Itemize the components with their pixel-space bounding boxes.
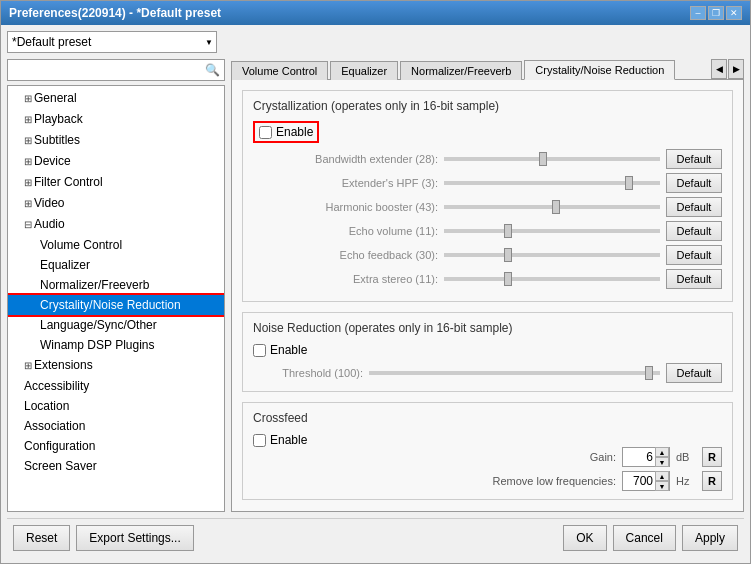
export-button[interactable]: Export Settings...: [76, 525, 193, 551]
noise-enable-label: Enable: [270, 343, 307, 357]
tree-item-extensions[interactable]: ⊞Extensions: [8, 355, 224, 376]
ok-button[interactable]: OK: [563, 525, 606, 551]
tree-item-video[interactable]: ⊞Video: [8, 193, 224, 214]
slider-hpf-default[interactable]: Default: [666, 173, 722, 193]
title-bar: Preferences(220914) - *Default preset – …: [1, 1, 750, 25]
crossfeed-freq-input-wrapper: ▲ ▼: [622, 471, 670, 491]
window-title: Preferences(220914) - *Default preset: [9, 6, 221, 20]
slider-echo-vol-track[interactable]: [444, 229, 660, 233]
tree-item-filter[interactable]: ⊞Filter Control: [8, 172, 224, 193]
crossfeed-gain-input[interactable]: [623, 450, 655, 464]
search-input[interactable]: [8, 61, 201, 79]
noise-enable-row: Enable: [253, 343, 722, 357]
slider-harmonic-thumb[interactable]: [552, 200, 560, 214]
slider-echo-fb-track[interactable]: [444, 253, 660, 257]
apply-button[interactable]: Apply: [682, 525, 738, 551]
slider-bandwidth-default[interactable]: Default: [666, 149, 722, 169]
slider-harmonic-label: Harmonic booster (43):: [253, 201, 438, 213]
tree-item-winamp[interactable]: Winamp DSP Plugins: [8, 335, 224, 355]
crossfeed-gain-down[interactable]: ▼: [655, 457, 669, 467]
restore-button[interactable]: ❐: [708, 6, 724, 20]
slider-extra-stereo-default[interactable]: Default: [666, 269, 722, 289]
cancel-button[interactable]: Cancel: [613, 525, 676, 551]
tree-item-subtitles[interactable]: ⊞Subtitles: [8, 130, 224, 151]
crossfeed-freq-spin: ▲ ▼: [655, 471, 669, 491]
main-window: Preferences(220914) - *Default preset – …: [0, 0, 751, 564]
tree-item-location[interactable]: Location: [8, 396, 224, 416]
tree-item-volume-control[interactable]: Volume Control: [8, 235, 224, 255]
crossfeed-freq-up[interactable]: ▲: [655, 471, 669, 481]
crossfeed-freq-reset[interactable]: R: [702, 471, 722, 491]
crystalization-title: Crystallization (operates only in 16-bit…: [253, 99, 722, 113]
main-area: 🔍 ⊞General ⊞Playback ⊞Subtitles ⊞Device …: [7, 59, 744, 512]
slider-echo-fb-thumb[interactable]: [504, 248, 512, 262]
slider-extra-stereo-thumb[interactable]: [504, 272, 512, 286]
tab-normalizer[interactable]: Normalizer/Freeverb: [400, 61, 522, 80]
tab-equalizer[interactable]: Equalizer: [330, 61, 398, 80]
slider-hpf-label: Extender's HPF (3):: [253, 177, 438, 189]
noise-enable-checkbox[interactable]: [253, 344, 266, 357]
tree-item-accessibility[interactable]: Accessibility: [8, 376, 224, 396]
tree-item-playback[interactable]: ⊞Playback: [8, 109, 224, 130]
slider-extra-stereo-track[interactable]: [444, 277, 660, 281]
crossfeed-gain-up[interactable]: ▲: [655, 447, 669, 457]
crystalization-enable-label: Enable: [276, 125, 313, 139]
tree-item-equalizer[interactable]: Equalizer: [8, 255, 224, 275]
slider-echo-vol-label: Echo volume (11):: [253, 225, 438, 237]
tree-item-crystality[interactable]: Crystality/Noise Reduction: [8, 295, 224, 315]
minimize-button[interactable]: –: [690, 6, 706, 20]
crossfeed-freq-input[interactable]: [623, 474, 655, 488]
tree-item-association[interactable]: Association: [8, 416, 224, 436]
slider-echo-vol: Echo volume (11): Default: [253, 221, 722, 241]
preset-select[interactable]: *Default preset: [7, 31, 217, 53]
crossfeed-enable-checkbox[interactable]: [253, 434, 266, 447]
crystalization-enable-checkbox[interactable]: [259, 126, 272, 139]
noise-reduction-title: Noise Reduction (operates only in 16-bit…: [253, 321, 722, 335]
tab-bar: Volume Control Equalizer Normalizer/Free…: [231, 59, 744, 80]
crossfeed-gain-reset[interactable]: R: [702, 447, 722, 467]
slider-echo-vol-thumb[interactable]: [504, 224, 512, 238]
slider-bandwidth-thumb[interactable]: [539, 152, 547, 166]
close-button[interactable]: ✕: [726, 6, 742, 20]
tab-scroll-left[interactable]: ◀: [711, 59, 727, 79]
threshold-track[interactable]: [369, 371, 660, 375]
crossfeed-freq-down[interactable]: ▼: [655, 481, 669, 491]
slider-hpf-thumb[interactable]: [625, 176, 633, 190]
left-panel: 🔍 ⊞General ⊞Playback ⊞Subtitles ⊞Device …: [7, 59, 225, 512]
noise-reduction-section: Noise Reduction (operates only in 16-bit…: [242, 312, 733, 392]
crystalization-section: Crystallization (operates only in 16-bit…: [242, 90, 733, 302]
tree-item-configuration[interactable]: Configuration: [8, 436, 224, 456]
tree-item-device[interactable]: ⊞Device: [8, 151, 224, 172]
threshold-thumb[interactable]: [645, 366, 653, 380]
search-box: 🔍: [7, 59, 225, 81]
tree-item-audio[interactable]: ⊟Audio: [8, 214, 224, 235]
reset-button[interactable]: Reset: [13, 525, 70, 551]
tree-item-screensaver[interactable]: Screen Saver: [8, 456, 224, 476]
crossfeed-section: Crossfeed Enable Gain: ▲: [242, 402, 733, 500]
tab-scroll-right[interactable]: ▶: [728, 59, 744, 79]
crossfeed-gain-spin: ▲ ▼: [655, 447, 669, 467]
preset-row: *Default preset: [7, 31, 744, 53]
tree-item-general[interactable]: ⊞General: [8, 88, 224, 109]
preset-select-wrapper: *Default preset: [7, 31, 217, 53]
crossfeed-gain-input-wrapper: ▲ ▼: [622, 447, 670, 467]
tree-item-language[interactable]: Language/Sync/Other: [8, 315, 224, 335]
slider-harmonic: Harmonic booster (43): Default: [253, 197, 722, 217]
slider-bandwidth-track[interactable]: [444, 157, 660, 161]
tab-volume-control[interactable]: Volume Control: [231, 61, 328, 80]
crossfeed-enable-label: Enable: [270, 433, 307, 447]
slider-hpf: Extender's HPF (3): Default: [253, 173, 722, 193]
tab-scroll-controls: ◀ ▶: [711, 59, 744, 79]
slider-echo-fb-default[interactable]: Default: [666, 245, 722, 265]
tab-crystality[interactable]: Crystality/Noise Reduction: [524, 60, 675, 80]
threshold-default[interactable]: Default: [666, 363, 722, 383]
slider-harmonic-default[interactable]: Default: [666, 197, 722, 217]
slider-hpf-track[interactable]: [444, 181, 660, 185]
slider-harmonic-track[interactable]: [444, 205, 660, 209]
slider-echo-vol-default[interactable]: Default: [666, 221, 722, 241]
crossfeed-gain-unit: dB: [676, 451, 696, 463]
slider-echo-fb-label: Echo feedback (30):: [253, 249, 438, 261]
search-icon: 🔍: [201, 61, 224, 79]
right-panel: Volume Control Equalizer Normalizer/Free…: [231, 59, 744, 512]
tree-item-normalizer[interactable]: Normalizer/Freeverb: [8, 275, 224, 295]
